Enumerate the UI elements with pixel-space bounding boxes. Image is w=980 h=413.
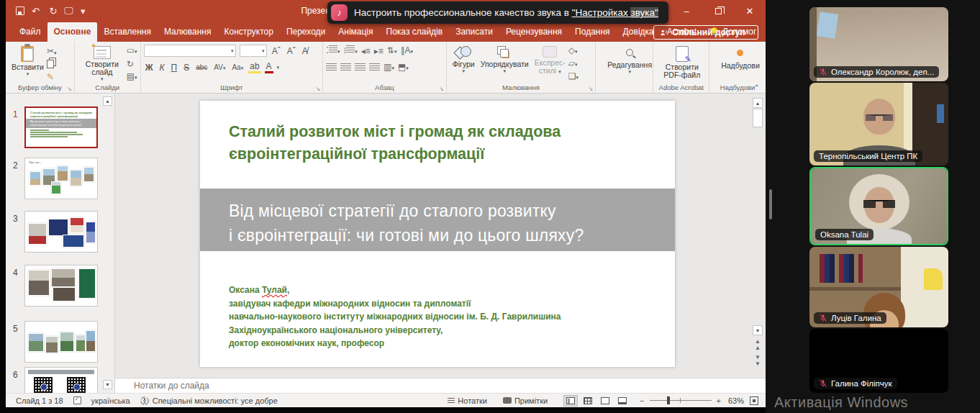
- undo-icon[interactable]: ↶▾: [32, 6, 42, 17]
- shapes-button[interactable]: Фігури▾: [450, 45, 478, 83]
- align-left-icon[interactable]: [326, 63, 337, 71]
- tab-record[interactable]: Записати: [449, 22, 499, 42]
- text-direction-icon[interactable]: ∥A▾: [400, 45, 413, 57]
- slide-thumbnail-2[interactable]: Про нас...: [24, 158, 98, 199]
- underline-button[interactable]: П: [170, 63, 179, 73]
- save-icon[interactable]: [16, 6, 24, 15]
- scroll-down-icon[interactable]: ▼: [753, 325, 763, 335]
- previous-slide-icon[interactable]: ▲▲: [753, 338, 763, 351]
- shadow-button[interactable]: abc: [194, 63, 209, 71]
- font-dialog-launcher[interactable]: ↘: [315, 86, 320, 92]
- sound-settings-notification[interactable]: ♪ Настроить профессиональное качество зв…: [327, 1, 668, 24]
- slide-thumbnail-1[interactable]: Сталий розвиток міст і громад як складов…: [24, 106, 98, 148]
- accessibility-checker[interactable]: Спеціальні можливості: усе добре: [140, 396, 278, 405]
- next-slide-icon[interactable]: ▼▼: [753, 354, 763, 367]
- restore-button[interactable]: [702, 0, 734, 22]
- line-spacing-icon[interactable]: ⇅▾: [387, 45, 397, 57]
- slide-thumbnail-5[interactable]: [24, 321, 98, 363]
- section-icon[interactable]: ▤▾: [127, 71, 137, 83]
- new-slide-button[interactable]: Створити слайд▾: [78, 45, 127, 83]
- scrollbar-thumb[interactable]: [753, 109, 763, 127]
- participant-tile-1[interactable]: Олександр Королюк, деп...: [809, 7, 948, 81]
- tab-slideshow[interactable]: Показ слайдів: [380, 22, 450, 42]
- reset-slide-icon[interactable]: ↻: [127, 59, 137, 69]
- zoom-slider-thumb[interactable]: [667, 396, 670, 404]
- share-button[interactable]: Спільний доступ ▾: [653, 25, 758, 40]
- highlight-color-button[interactable]: ab: [248, 61, 260, 73]
- arrange-button[interactable]: Упорядкувати▾: [478, 45, 532, 83]
- create-pdf-button[interactable]: СтворитиPDF-файл: [661, 45, 703, 83]
- align-center-icon[interactable]: [340, 63, 351, 71]
- tab-insert[interactable]: Вставлення: [97, 22, 158, 42]
- align-right-icon[interactable]: [355, 63, 366, 71]
- character-spacing-button[interactable]: AV▾: [212, 63, 227, 71]
- font-color-button[interactable]: А: [265, 61, 273, 73]
- editing-button[interactable]: Редагування▾: [604, 45, 655, 83]
- thumbnails-scroll-down[interactable]: ▼: [103, 380, 112, 389]
- notes-pane[interactable]: Нотатки до слайда: [115, 378, 766, 393]
- language-indicator[interactable]: українська: [91, 396, 130, 405]
- slide-scrollbar[interactable]: ▲ ▼ ▲▲ ▼▼: [753, 98, 763, 367]
- shape-fill-icon[interactable]: ◇▾: [568, 45, 579, 57]
- zoom-in-icon[interactable]: +: [717, 396, 721, 405]
- slide-canvas[interactable]: Сталий розвиток міст і громад як складов…: [200, 101, 675, 367]
- sound-settings-link[interactable]: "Настройках: [572, 7, 631, 18]
- shape-outline-icon[interactable]: ▱▾: [568, 58, 579, 70]
- bold-button[interactable]: Ж: [144, 63, 155, 73]
- collapse-ribbon-icon[interactable]: ⌃: [754, 83, 760, 91]
- start-slideshow-icon[interactable]: 🖵: [64, 5, 73, 17]
- tab-transitions[interactable]: Переходи: [280, 22, 332, 42]
- customize-qat-icon[interactable]: ▾: [81, 6, 86, 17]
- font-size-select[interactable]: ▾: [240, 45, 267, 57]
- reading-view-button[interactable]: [598, 395, 612, 407]
- slide-title[interactable]: Сталий розвиток міст і громад як складов…: [229, 121, 646, 165]
- tab-design[interactable]: Конструктор: [217, 22, 279, 42]
- columns-icon[interactable]: ▥▾: [384, 62, 394, 73]
- spellcheck-icon[interactable]: [73, 396, 81, 404]
- slideshow-view-button[interactable]: [615, 395, 630, 407]
- participant-tile-3-active-speaker[interactable]: Oksana Tulai: [809, 167, 948, 245]
- italic-button[interactable]: К: [158, 63, 165, 73]
- tab-review[interactable]: Рецензування: [499, 22, 568, 42]
- decrease-indent-icon[interactable]: ◂≡: [361, 46, 371, 56]
- clipboard-dialog-launcher[interactable]: ↘: [67, 86, 72, 92]
- font-name-select[interactable]: ▾: [144, 45, 236, 57]
- zoom-out-icon[interactable]: −: [640, 396, 644, 405]
- cut-icon[interactable]: ✂: [47, 46, 54, 56]
- convert-smartart-icon[interactable]: ⬒▾: [398, 62, 409, 73]
- notes-placeholder[interactable]: Нотатки до слайда: [134, 381, 209, 391]
- clear-formatting-button[interactable]: A̸: [301, 46, 309, 56]
- tab-view[interactable]: Подання: [568, 22, 616, 42]
- slide-author-block[interactable]: Оксана Тулай, завідувач кафедри міжнарод…: [229, 283, 561, 350]
- shrink-font-button[interactable]: Аˇ: [286, 46, 297, 56]
- scroll-up-icon[interactable]: ▲: [753, 98, 763, 108]
- thumbnails-scroll-up[interactable]: ▲: [103, 96, 112, 106]
- strikethrough-button[interactable]: S: [182, 63, 191, 73]
- slide-layout-icon[interactable]: ▭▾: [127, 45, 137, 57]
- notes-toggle-button[interactable]: Нотатки: [448, 396, 487, 405]
- quick-styles-button[interactable]: Експрес-стилі ▾: [532, 45, 568, 83]
- participant-tile-2[interactable]: Тернопільський Центр ПК: [809, 83, 948, 165]
- numbering-icon[interactable]: ⁝▾: [343, 45, 357, 57]
- zoom-slider[interactable]: [650, 400, 712, 401]
- participant-tile-5[interactable]: Галина Філіпчук: [809, 329, 948, 393]
- minimize-button[interactable]: –: [671, 0, 702, 22]
- increase-indent-icon[interactable]: ▸≡: [374, 46, 384, 56]
- copy-icon[interactable]: [47, 60, 54, 68]
- bullets-icon[interactable]: ⁚▾: [326, 45, 340, 57]
- shape-effects-icon[interactable]: ❏▾: [568, 71, 579, 83]
- tab-file[interactable]: Файл: [13, 22, 47, 42]
- sound-settings-link-highlight[interactable]: звука": [630, 7, 658, 18]
- redo-icon[interactable]: ↻: [49, 6, 57, 17]
- slide-sorter-view-button[interactable]: [581, 395, 595, 407]
- grow-font-button[interactable]: Аˆ: [271, 46, 282, 56]
- participant-tile-4[interactable]: Луців Галина: [809, 247, 948, 327]
- tab-home[interactable]: Основне: [47, 22, 98, 42]
- change-case-button[interactable]: Aa▾: [230, 63, 245, 71]
- zoom-level[interactable]: 63%: [728, 396, 744, 405]
- close-button[interactable]: ✕: [734, 0, 766, 22]
- gallery-scrollbar[interactable]: [769, 189, 772, 219]
- drawing-dialog-launcher[interactable]: ↘: [589, 86, 594, 92]
- addins-button[interactable]: Надбудови: [718, 45, 763, 83]
- paragraph-dialog-launcher[interactable]: ↘: [439, 86, 444, 92]
